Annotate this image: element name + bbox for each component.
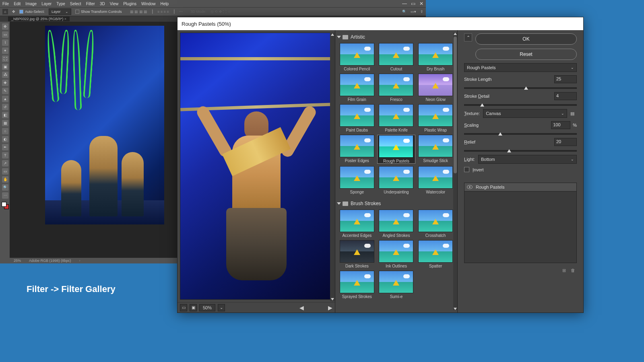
lasso-tool[interactable]: ⌇ (2, 39, 8, 46)
pen-tool[interactable]: ✒ (2, 144, 8, 150)
home-icon[interactable]: ⌂ (2, 9, 8, 14)
filter-thumb-angled-strokes[interactable]: Angled Strokes (377, 210, 416, 238)
reset-button[interactable]: Reset (475, 49, 577, 60)
filter-thumb-neon-glow[interactable]: Neon Glow (416, 74, 455, 102)
menu-file[interactable]: File (2, 2, 9, 6)
zoom-dropdown-icon[interactable]: ⌄ (218, 304, 225, 311)
wand-tool[interactable]: ✦ (2, 47, 8, 54)
stroke-detail-input[interactable]: 4 (554, 92, 577, 100)
filter-thumb-dark-strokes[interactable]: Dark Strokes (338, 240, 376, 268)
heal-tool[interactable]: ✚ (2, 80, 8, 86)
blur-tool[interactable]: ○ (2, 128, 8, 134)
zoom-fit-icon[interactable]: ▣ (190, 304, 197, 311)
filter-thumb-underpainting[interactable]: Underpainting (377, 166, 416, 194)
status-profile[interactable]: Adobe RGB (1998) (8bpc) (29, 259, 71, 263)
ok-button[interactable]: OK (475, 33, 577, 45)
menu-plugins[interactable]: Plugins (123, 2, 136, 6)
expand-icon[interactable]: ⌃ (464, 33, 472, 41)
filter-thumb-smudge-stick[interactable]: Smudge Stick (416, 135, 455, 164)
close-icon[interactable]: ✕ (419, 1, 423, 6)
filter-thumb-paint-daubs[interactable]: Paint Daubs (338, 104, 376, 132)
gradient-tool[interactable]: ▦ (2, 120, 8, 126)
menu-view[interactable]: View (110, 2, 119, 6)
marquee-tool[interactable]: ▭ (2, 31, 8, 38)
filter-thumb-sprayed-strokes[interactable]: Sprayed Strokes (338, 271, 376, 299)
delete-effect-icon[interactable]: 🗑 (571, 268, 575, 273)
menu-3d[interactable]: 3D (100, 2, 105, 6)
relief-slider[interactable] (464, 150, 577, 152)
share-icon[interactable]: ⇪ (420, 10, 423, 14)
filter-thumb-fresco[interactable]: Fresco (377, 74, 416, 102)
filter-thumb-palette-knife[interactable]: Palette Knife (377, 104, 416, 132)
minimize-icon[interactable]: — (402, 1, 407, 6)
color-swatch[interactable] (2, 202, 9, 209)
eyedrop-tool[interactable]: ⁂ (2, 72, 8, 78)
status-zoom[interactable]: 25% (14, 259, 21, 263)
filter-thumb-colored-pencil[interactable]: Colored Pencil (338, 43, 376, 71)
type-tool[interactable]: T (2, 152, 8, 158)
category-artistic[interactable]: Artistic (337, 33, 456, 41)
filter-thumb-spatter[interactable]: Spatter (416, 240, 455, 268)
crop-tool[interactable]: ⛶ (2, 56, 8, 62)
tab-close-icon[interactable]: × (64, 17, 66, 21)
filter-thumb-poster-edges[interactable]: Poster Edges (338, 135, 376, 164)
relief-input[interactable]: 20 (554, 138, 577, 146)
filter-thumb-watercolor[interactable]: Watercolor (416, 166, 455, 194)
stroke-detail-slider[interactable] (464, 104, 577, 106)
filter-thumb-film-grain[interactable]: Film Grain (338, 74, 376, 102)
hand-tool[interactable]: ✋ (2, 176, 8, 183)
path-tool[interactable]: ↗ (2, 160, 8, 167)
layer-dropdown[interactable]: Layer⌄ (49, 8, 71, 15)
filter-thumb-cutout[interactable]: Cutout (377, 43, 416, 71)
filter-dropdown[interactable]: Rough Pastels⌄ (464, 63, 577, 72)
workspace-icon[interactable]: ▭▾ (411, 10, 416, 14)
next-icon[interactable]: ▶ (328, 304, 332, 311)
frame-tool[interactable]: ▣ (2, 64, 8, 70)
eraser-tool[interactable]: ◧ (2, 112, 8, 118)
brush-tool[interactable]: ✎ (2, 88, 8, 94)
history-tool[interactable]: ↺ (2, 104, 8, 110)
filter-thumb-rough-pastels[interactable]: Rough Pastels (377, 135, 416, 164)
filter-thumb-plastic-wrap[interactable]: Plastic Wrap (416, 104, 455, 132)
filter-list-scrollbar[interactable] (453, 33, 457, 310)
stroke-length-input[interactable]: 25 (554, 75, 577, 83)
prev-icon[interactable]: ◀ (299, 304, 304, 311)
menu-edit[interactable]: Edit (14, 2, 21, 6)
filter-thumb-accented-edges[interactable]: Accented Edges (338, 210, 376, 238)
light-dropdown[interactable]: Bottom⌄ (478, 155, 577, 164)
texture-menu-icon[interactable]: ▤ (570, 111, 577, 116)
menu-window[interactable]: Window (141, 2, 156, 6)
stroke-length-slider[interactable] (464, 87, 577, 89)
menu-layer[interactable]: Layer (41, 2, 52, 6)
category-brush-strokes[interactable]: Brush Strokes (337, 199, 456, 208)
filter-thumb-sponge[interactable]: Sponge (338, 166, 376, 194)
document-tab[interactable]: _NBP0322.jpg @ 25% (RGB/8*) × (8, 16, 70, 21)
new-effect-icon[interactable]: ⊞ (562, 268, 566, 273)
invert-checkbox[interactable] (464, 167, 469, 172)
menu-filter[interactable]: Filter (86, 2, 95, 6)
maximize-icon[interactable]: ▭ (411, 1, 415, 6)
zoom-out-icon[interactable]: ▭ (180, 304, 187, 311)
menu-select[interactable]: Select (70, 2, 81, 6)
showtc-checkbox[interactable] (75, 10, 79, 14)
search-icon[interactable]: 🔍 (402, 10, 407, 14)
preview-image[interactable] (180, 33, 332, 300)
shape-tool[interactable]: ▭ (2, 168, 8, 175)
move-tool[interactable]: ✥ (2, 23, 8, 30)
filter-thumb-sumi-e[interactable]: Sumi-e (377, 271, 416, 299)
zoom-tool[interactable]: 🔍 (2, 184, 8, 191)
menu-image[interactable]: Image (25, 2, 37, 6)
scaling-input[interactable]: 100 (551, 121, 570, 129)
zoom-level[interactable]: 50% (199, 304, 215, 311)
edit-toolbar[interactable]: ⋯ (2, 192, 8, 199)
move-tool-icon[interactable]: ✥ (12, 10, 15, 14)
stamp-tool[interactable]: ▲ (2, 96, 8, 102)
filter-thumb-ink-outlines[interactable]: Ink Outlines (377, 240, 416, 268)
texture-dropdown[interactable]: Canvas⌄ (483, 109, 567, 118)
effect-layer[interactable]: Rough Pastels (464, 183, 576, 191)
preview-vscroll[interactable] (330, 33, 335, 301)
menu-help[interactable]: Help (161, 2, 169, 6)
filter-thumb-dry-brush[interactable]: Dry Brush (416, 43, 455, 71)
visibility-icon[interactable] (467, 185, 473, 189)
scaling-slider[interactable] (464, 133, 577, 135)
